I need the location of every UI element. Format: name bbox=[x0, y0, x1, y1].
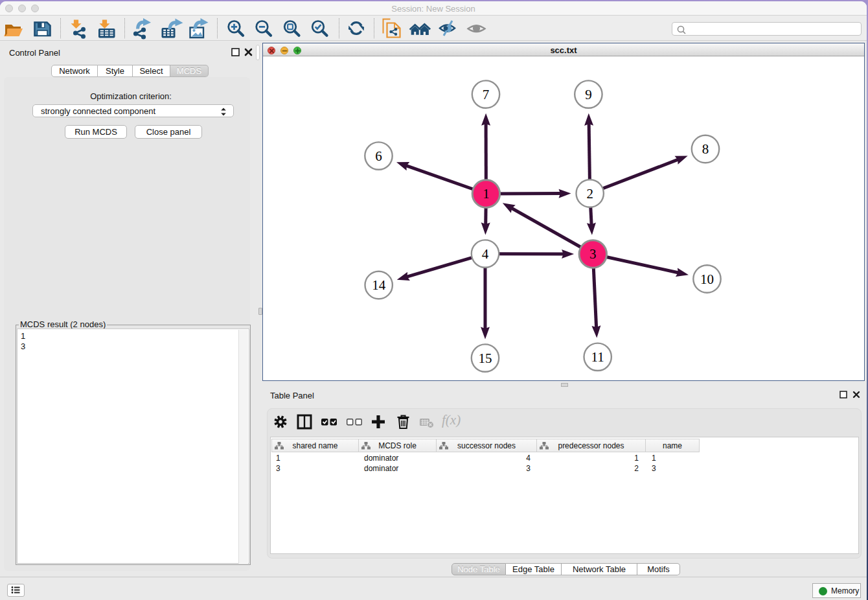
svg-text:6: 6 bbox=[375, 148, 382, 163]
svg-text:9: 9 bbox=[585, 86, 592, 102]
svg-text:3: 3 bbox=[589, 246, 597, 262]
svg-text:1: 1 bbox=[483, 186, 490, 202]
svg-text:f(x): f(x) bbox=[442, 412, 461, 428]
svg-text:14: 14 bbox=[372, 277, 386, 293]
svg-text:2: 2 bbox=[586, 185, 593, 201]
svg-text:8: 8 bbox=[702, 141, 709, 157]
svg-text:7: 7 bbox=[483, 86, 490, 102]
svg-text:4: 4 bbox=[482, 246, 489, 261]
svg-text:10: 10 bbox=[700, 271, 714, 286]
svg-text:11: 11 bbox=[591, 349, 604, 364]
svg-text:15: 15 bbox=[479, 350, 492, 365]
